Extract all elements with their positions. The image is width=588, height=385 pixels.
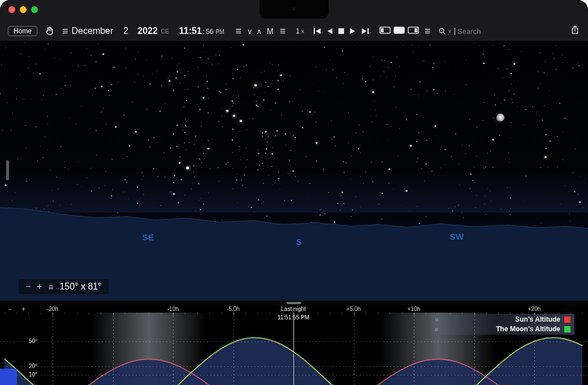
legend-row[interactable]: ≡The Moon's Altitude (435, 325, 570, 333)
date-year[interactable]: 2022 (137, 26, 158, 36)
altitude-graph[interactable]: 11:51:55 PM ≡Sun's Altitude≡The Moon's A… (0, 313, 588, 385)
m-button[interactable]: M (267, 27, 274, 36)
fov-control: − + ≡ 150° x 81° (19, 279, 109, 294)
fov-menu-icon[interactable]: ≡ (49, 282, 54, 292)
hour-tick (16, 313, 17, 314)
corner-highlight (0, 369, 17, 385)
layout-right-button[interactable] (408, 26, 419, 36)
hour-tick (234, 313, 234, 315)
current-time-label: 11:51:55 PM (278, 314, 309, 321)
search-scope-chevron-icon[interactable]: ∨ (448, 29, 451, 34)
skip-start-icon (313, 28, 321, 34)
display-notch (260, 0, 328, 19)
date-day[interactable]: 2 (123, 26, 128, 36)
play-button[interactable] (349, 28, 357, 34)
share-icon (570, 25, 580, 35)
hour-tick (269, 313, 270, 314)
sky-view[interactable]: SESSW − + ≡ 150° x 81° (0, 41, 588, 301)
legend-row[interactable]: ≡Sun's Altitude (435, 315, 570, 323)
play-reverse-button[interactable] (326, 28, 333, 34)
hour-tick (414, 313, 414, 315)
timeline-label: +20h (528, 306, 541, 312)
sidebar-drag-handle[interactable] (6, 160, 9, 180)
altitude-axis-label: 20° (29, 363, 37, 369)
clock[interactable]: 11:51 : 56 PM (179, 26, 224, 36)
hour-tick (197, 313, 198, 314)
panel-resize-handle[interactable] (287, 302, 301, 304)
home-button[interactable]: Home (8, 26, 37, 36)
legend-label: The Moon's Altitude (496, 325, 560, 333)
hour-tick (41, 313, 41, 314)
timeline-label: -20h (47, 306, 58, 312)
view-menu-icon[interactable]: ≡ (425, 26, 431, 36)
search-field[interactable]: ∨ (438, 27, 549, 36)
altitude-gridline (0, 366, 588, 367)
hour-tick (257, 313, 258, 314)
app-window: Home ≡ December 2 2022 CE 11:51 : 56 PM … (0, 0, 588, 385)
play-icon (349, 28, 357, 34)
fov-zoom-out-button[interactable]: − (25, 282, 31, 291)
chevron-down-icon[interactable]: ∨ (247, 27, 253, 36)
search-input[interactable] (456, 27, 549, 36)
hour-tick (366, 313, 366, 314)
speed-indicator[interactable]: 1 x (296, 27, 304, 35)
layout-full-button[interactable] (394, 26, 405, 36)
clock-hour-minute[interactable]: 11:51 (179, 26, 202, 36)
skip-to-end-button[interactable] (361, 28, 369, 34)
clock-ampm[interactable]: PM (216, 29, 224, 35)
hour-tick (89, 313, 89, 314)
timeline-ruler[interactable]: − + -20h-10h-5.0hLast night+5.0h+10h+20h (0, 305, 588, 313)
timeline-label: Last night (281, 306, 305, 312)
stop-icon (338, 28, 345, 34)
hand-icon (44, 26, 54, 36)
timeline-zoom-out-button[interactable]: − (8, 305, 12, 313)
hour-tick (341, 313, 342, 314)
hour-tick (582, 313, 583, 314)
title-toolbar: Home ≡ December 2 2022 CE 11:51 : 56 PM … (0, 0, 588, 41)
hour-tick (137, 313, 137, 314)
fov-zoom-in-button[interactable]: + (37, 282, 42, 291)
skip-to-start-button[interactable] (313, 28, 321, 34)
layout-left-icon (379, 27, 391, 34)
moon[interactable] (496, 114, 504, 122)
clock-seconds[interactable]: 56 (206, 28, 213, 36)
sun-color-swatch[interactable] (564, 317, 570, 323)
stop-button[interactable] (338, 28, 345, 34)
hour-tick (5, 313, 5, 314)
zoom-button[interactable] (31, 6, 38, 13)
fov-value: 150° x 81° (59, 282, 101, 292)
altitude-gridline (0, 375, 588, 375)
layout-left-button[interactable] (379, 26, 391, 36)
time-graph-panel: − + -20h-10h-5.0hLast night+5.0h+10h+20h… (0, 305, 588, 385)
close-button[interactable] (8, 6, 15, 13)
play-reverse-icon (326, 28, 333, 34)
timeline-label: -5.0h (227, 306, 240, 312)
date-menu-icon[interactable]: ≡ (62, 26, 68, 36)
chevron-up-icon[interactable]: ∧ (257, 27, 262, 36)
timeline-label: +10h (408, 306, 421, 312)
rate-menu-icon[interactable]: ≡ (280, 26, 286, 36)
minimize-button[interactable] (20, 6, 27, 13)
legend-label: Sun's Altitude (515, 315, 560, 323)
altitude-gridline (0, 341, 588, 342)
text-caret (455, 28, 455, 35)
date-month[interactable]: December (72, 26, 114, 36)
hour-tick (209, 313, 210, 314)
compass-label-s: S (296, 237, 302, 246)
hour-tick (354, 313, 354, 315)
altitude-axis-label: 50° (29, 338, 37, 344)
hour-tick (378, 313, 378, 314)
time-menu-icon[interactable]: ≡ (236, 26, 242, 36)
hour-tick (173, 313, 174, 315)
hour-tick (318, 313, 318, 314)
legend-menu-icon[interactable]: ≡ (435, 326, 438, 332)
share-button[interactable] (570, 25, 580, 37)
panel-divider (0, 301, 588, 305)
hour-tick (330, 313, 330, 314)
pan-tool-button[interactable] (44, 26, 54, 36)
date-era: CE (161, 28, 169, 34)
timeline-zoom-in-button[interactable]: + (21, 305, 25, 313)
legend-menu-icon[interactable]: ≡ (435, 317, 438, 323)
moon-color-swatch[interactable] (564, 326, 570, 332)
hour-tick (125, 313, 126, 314)
